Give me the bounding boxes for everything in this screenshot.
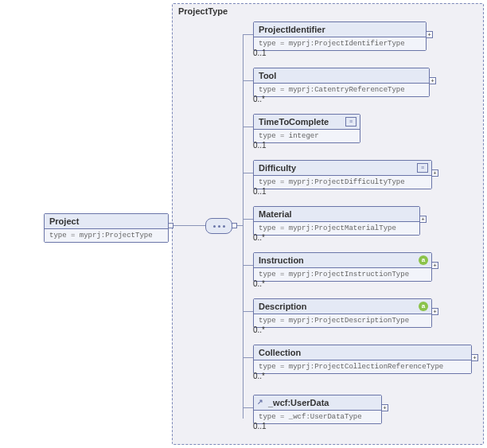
connector-child-7 [243,357,253,358]
expand-btn-3[interactable]: + [431,169,438,177]
connector-child-1 [243,80,253,81]
element-instruction[interactable]: Instruction type = myprj:ProjectInstruct… [253,252,432,282]
connector-child-3 [243,173,253,173]
element-type-2: type = integer [254,130,360,142]
expand-btn-8[interactable]: + [381,404,388,411]
connector-child-6 [243,311,253,312]
element-name-5: Instruction [254,253,431,268]
cardinality-6: 0..* [253,325,265,334]
doc-icon-3: ≡ [417,163,428,173]
handle-project-right [168,223,173,228]
element-type-1: type = myprj:CatentryReferenceType [254,84,429,96]
element-timetocomplete[interactable]: TimeToComplete type = integer ≡ [253,114,360,143]
expand-btn-1[interactable]: + [429,77,436,84]
attr-badge-6: a [419,302,428,311]
element-collection[interactable]: Collection type = myprj:ProjectCollectio… [253,345,472,374]
sequence-compositor[interactable] [205,218,232,234]
sequence-dots-icon [213,225,225,228]
cardinality-1: 0..* [253,95,265,103]
element-type-6: type = myprj:ProjectDescriptionType [254,314,431,327]
element-type-0: type = myprj:ProjectIdentifierType [254,37,426,50]
cardinality-3: 0..1 [253,187,267,196]
cardinality-2: 0..1 [253,141,267,150]
element-type-8: type = _wcf:UserDataType [254,411,381,423]
connector-child-0 [243,34,253,35]
cardinality-4: 0..* [253,233,265,242]
expand-btn-6[interactable]: + [431,308,438,315]
element-type-4: type = myprj:ProjectMaterialType [254,222,419,235]
ref-arrow-icon: ↗ [257,398,263,406]
element-name-8: ↗ _wcf:UserData [254,395,381,411]
element-name-3: Difficulty [254,161,431,176]
connector-project-seq [173,225,205,226]
cardinality-7: 0..* [253,372,265,380]
element-name-1: Tool [254,68,429,84]
connector-child-8 [243,407,253,408]
element-wcfuserdata[interactable]: ↗ _wcf:UserData type = _wcf:UserDataType [253,395,382,424]
element-type-3: type = myprj:ProjectDifficultyType [254,176,431,189]
element-description[interactable]: Description type = myprj:ProjectDescript… [253,298,432,328]
cardinality-8: 0..1 [253,422,267,430]
attr-badge-5: a [419,255,428,265]
handle-seq-right [232,223,237,228]
connector-vertical-bus-fix [243,34,243,407]
element-project[interactable]: Project type = myprj:ProjectType [44,213,169,243]
element-difficulty[interactable]: Difficulty type = myprj:ProjectDifficult… [253,160,432,189]
element-type-7: type = myprj:ProjectCollectionReferenceT… [254,360,471,373]
element-projectidentifier[interactable]: ProjectIdentifier type = myprj:ProjectId… [253,21,427,51]
expand-btn-0[interactable]: + [426,31,433,38]
connector-child-5 [243,265,253,266]
element-name-6: Description [254,299,431,314]
doc-icon-2: ≡ [345,117,356,127]
element-tool[interactable]: Tool type = myprj:CatentryReferenceType [253,68,430,97]
element-type-5: type = myprj:ProjectInstructionType [254,268,431,281]
complex-type-label: ProjectType [178,6,228,16]
element-name-project: Project [45,214,168,229]
cardinality-5: 0..* [253,279,265,288]
element-material[interactable]: Material type = myprj:ProjectMaterialTyp… [253,206,420,236]
element-name-8-text: _wcf:UserData [268,398,329,407]
element-name-2: TimeToComplete [254,115,360,130]
element-name-0: ProjectIdentifier [254,22,426,37]
expand-btn-5[interactable]: + [431,262,438,269]
expand-btn-4[interactable]: + [419,216,427,223]
cardinality-0: 0..1 [253,49,267,57]
element-name-7: Collection [254,345,471,360]
element-name-4: Material [254,207,419,222]
connector-child-4 [243,219,253,220]
connector-child-2 [243,127,253,127]
element-type-project: type = myprj:ProjectType [45,229,168,242]
expand-btn-7[interactable]: + [471,354,478,361]
